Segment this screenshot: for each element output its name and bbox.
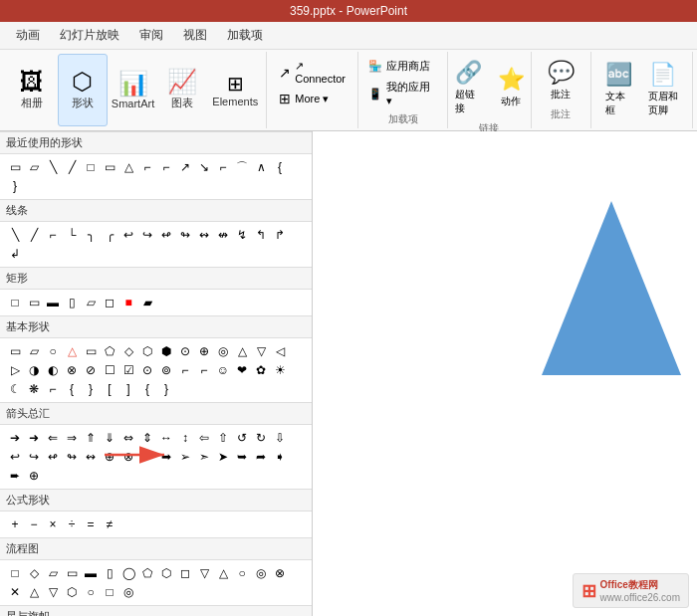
shape-icon[interactable]: ⇩: [271, 429, 289, 447]
shape-icon[interactable]: ↪: [25, 448, 43, 466]
shape-icon[interactable]: ▽: [195, 564, 213, 582]
shape-icon[interactable]: ◯: [119, 564, 137, 582]
shape-icon[interactable]: ×: [44, 515, 62, 533]
shape-icon[interactable]: ╮: [82, 226, 100, 244]
shape-icon[interactable]: ▯: [101, 564, 118, 582]
shape-icon[interactable]: ☀: [271, 361, 289, 379]
shape-icon[interactable]: }: [82, 380, 100, 398]
shape-icon[interactable]: ▽: [252, 342, 270, 360]
ribbon-chart-btn[interactable]: 📈 图表: [159, 54, 207, 126]
shape-icon[interactable]: ↰: [252, 226, 270, 244]
shape-icon[interactable]: └: [63, 226, 81, 244]
shape-icon[interactable]: ↔: [157, 429, 175, 447]
shape-icon[interactable]: ∧: [252, 158, 270, 176]
shape-icon[interactable]: ❤: [233, 361, 251, 379]
shape-icon[interactable]: □: [82, 158, 100, 176]
shape-icon[interactable]: ]: [119, 380, 137, 398]
shape-icon[interactable]: ▭: [6, 342, 24, 360]
shape-icon[interactable]: ■: [119, 294, 137, 311]
shape-icon[interactable]: ○: [44, 342, 62, 360]
shape-icon[interactable]: ╱: [63, 158, 81, 176]
shape-icon[interactable]: ☾: [6, 380, 24, 398]
shape-icon[interactable]: ⌐: [157, 158, 175, 176]
shape-icon[interactable]: △: [25, 583, 43, 601]
shape-icon[interactable]: ◇: [119, 342, 137, 360]
shape-icon[interactable]: ◎: [214, 342, 232, 360]
shape-icon[interactable]: ⌒: [233, 158, 251, 176]
shape-icon[interactable]: ⬡: [138, 342, 156, 360]
more-btn[interactable]: ⊞ More ▾: [275, 89, 349, 108]
shape-icon[interactable]: ⊕: [101, 448, 118, 466]
shape-icon[interactable]: ⊙: [138, 361, 156, 379]
shape-icon[interactable]: ↺: [233, 429, 251, 447]
shape-icon[interactable]: ▭: [25, 294, 43, 311]
shape-icon[interactable]: ▬: [82, 564, 100, 582]
shape-icon[interactable]: △: [119, 158, 137, 176]
shape-icon[interactable]: ⇒: [63, 429, 81, 447]
shape-icon[interactable]: ○: [233, 564, 251, 582]
shape-icon[interactable]: ↩: [119, 226, 137, 244]
shape-icon[interactable]: ➔: [6, 429, 24, 447]
shape-icon[interactable]: ▬: [44, 294, 62, 311]
shape-icon[interactable]: ⊗: [119, 448, 137, 466]
menu-animation[interactable]: 动画: [8, 23, 48, 48]
shape-icon[interactable]: ➥: [233, 448, 251, 466]
shape-icon[interactable]: ⊗: [63, 361, 81, 379]
shape-icon[interactable]: ⬡: [157, 564, 175, 582]
shape-icon[interactable]: ⌐: [44, 380, 62, 398]
shape-icon[interactable]: ◑: [25, 361, 43, 379]
shape-icon[interactable]: ≠: [101, 515, 118, 533]
shape-icon[interactable]: ▯: [63, 294, 81, 311]
shape-icon[interactable]: {: [63, 380, 81, 398]
shape-icon[interactable]: ↯: [233, 226, 251, 244]
shape-icon[interactable]: }: [6, 177, 24, 195]
ribbon-smartart-btn[interactable]: 📊 SmartArt: [110, 54, 157, 126]
shape-icon[interactable]: ◻: [176, 564, 194, 582]
shape-icon[interactable]: ➠: [138, 448, 156, 466]
shape-icon[interactable]: ▭: [6, 158, 24, 176]
shape-icon[interactable]: ➧: [271, 448, 289, 466]
menu-slideshow[interactable]: 幻灯片放映: [52, 23, 127, 48]
shape-icon[interactable]: ⌐: [195, 361, 213, 379]
shape-icon[interactable]: ↮: [214, 226, 232, 244]
shape-icon[interactable]: ⊚: [157, 361, 175, 379]
menu-addins[interactable]: 加载项: [219, 23, 271, 48]
shape-icon[interactable]: ✿: [252, 361, 270, 379]
shape-icon[interactable]: ☐: [101, 361, 118, 379]
shape-icon[interactable]: ↫: [44, 448, 62, 466]
shape-icon[interactable]: ⌐: [214, 158, 232, 176]
shape-icon[interactable]: ❋: [25, 380, 43, 398]
triangle-shape[interactable]: [532, 191, 691, 393]
ribbon-shapes-btn[interactable]: ⬡ 形状: [58, 54, 108, 126]
shape-icon[interactable]: ▱: [25, 342, 43, 360]
shape-icon[interactable]: −: [25, 515, 43, 533]
shape-icon[interactable]: ⊙: [176, 342, 194, 360]
shape-icon[interactable]: ▭: [82, 342, 100, 360]
shape-icon[interactable]: ➨: [6, 467, 24, 485]
shape-icon[interactable]: ⬠: [101, 342, 118, 360]
shape-icon[interactable]: [: [101, 380, 118, 398]
ribbon-elements-btn[interactable]: ⊞ Elements: [208, 54, 262, 126]
shape-icon[interactable]: ↬: [176, 226, 194, 244]
textbox-btn[interactable]: 🔤 文本框: [599, 58, 638, 121]
shape-icon[interactable]: ▱: [82, 294, 100, 311]
shape-icon[interactable]: ⌐: [176, 361, 194, 379]
hyperlink-btn[interactable]: 🔗 超链接: [449, 56, 488, 119]
shape-icon[interactable]: ⌐: [138, 158, 156, 176]
headerfooter-btn[interactable]: 📄 页眉和页脚: [642, 58, 684, 121]
shape-icon[interactable]: =: [82, 515, 100, 533]
shape-icon[interactable]: ⌐: [44, 226, 62, 244]
comment-btn[interactable]: 💬 批注: [542, 56, 581, 105]
shape-icon[interactable]: ◎: [119, 583, 137, 601]
shape-icon[interactable]: □: [6, 294, 24, 311]
shape-icon[interactable]: ➣: [195, 448, 213, 466]
shape-icon[interactable]: +: [6, 515, 24, 533]
shape-icon[interactable]: ╭: [101, 226, 118, 244]
shape-icon[interactable]: ⇔: [119, 429, 137, 447]
shape-icon[interactable]: ➡: [157, 448, 175, 466]
shape-icon[interactable]: ⬠: [138, 564, 156, 582]
ribbon-album-btn[interactable]: 🖼 相册: [8, 54, 56, 126]
shape-icon[interactable]: ◐: [44, 361, 62, 379]
shape-icon[interactable]: ▭: [63, 564, 81, 582]
shapes-scroll-container[interactable]: 最近使用的形状 ▭ ▱ ╲ ╱ □ ▭ △ ⌐ ⌐ ↗ ↘ ⌐ ⌒ ∧ { }: [0, 131, 312, 616]
